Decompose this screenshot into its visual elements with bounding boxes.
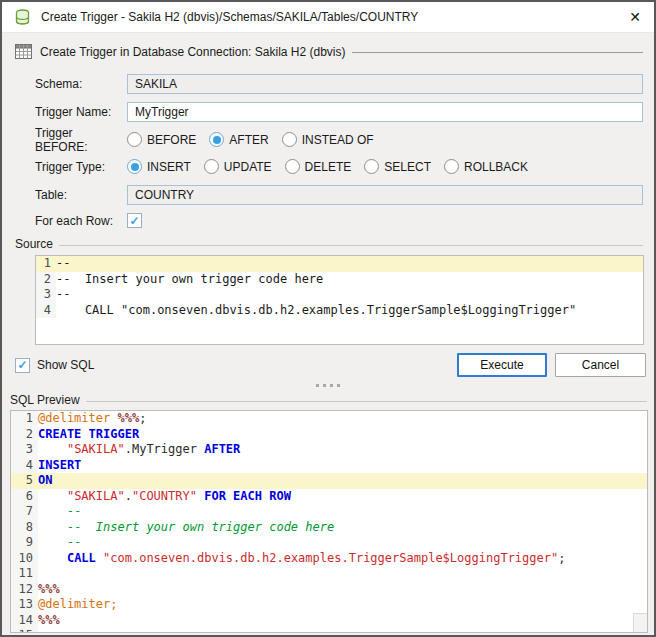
radio-option-label: SELECT — [384, 160, 431, 174]
sql-preview-editor[interactable]: 1@delimiter %%%;2CREATE TRIGGER3 "SAKILA… — [10, 410, 648, 633]
line-number: 1 — [36, 256, 56, 272]
code-line: 2-- Insert your own trigger code here — [36, 272, 643, 288]
code-text: CALL "com.onseven.dbvis.db.h2.examples.T… — [38, 551, 647, 567]
line-number: 7 — [11, 504, 38, 520]
create-trigger-dialog: Create Trigger - Sakila H2 (dbvis)/Schem… — [0, 0, 656, 637]
trigger-type-label: Trigger Type: — [35, 160, 127, 174]
source-label: Source — [15, 237, 53, 251]
line-number: 3 — [11, 442, 38, 458]
code-text: -- — [38, 535, 647, 551]
radio-option-delete[interactable]: DELETE — [285, 159, 352, 174]
code-line: 3 "SAKILA".MyTrigger AFTER — [11, 442, 647, 458]
source-editor[interactable]: 1--2-- Insert your own trigger code here… — [35, 255, 644, 345]
radio-circle-icon — [282, 132, 297, 147]
code-line: 5ON — [11, 473, 647, 489]
code-line: 4INSERT — [11, 458, 647, 474]
code-text: @delimiter; — [38, 597, 647, 613]
line-number: 2 — [11, 427, 38, 443]
code-text: ON — [38, 473, 647, 489]
splitter-dot — [316, 384, 319, 387]
sql-preview-divider-line — [86, 401, 647, 402]
code-line: 8 -- Insert your own trigger code here — [11, 520, 647, 536]
line-number: 14 — [11, 613, 38, 629]
code-text: "SAKILA".MyTrigger AFTER — [38, 442, 647, 458]
code-line: 3-- — [36, 287, 643, 303]
radio-circle-icon — [127, 159, 142, 174]
radio-option-rollback[interactable]: ROLLBACK — [444, 159, 528, 174]
line-number: 5 — [11, 473, 38, 489]
sql-preview-section-header: SQL Preview — [10, 393, 647, 407]
radio-option-after[interactable]: AFTER — [209, 132, 268, 147]
show-sql-option[interactable]: Show SQL — [15, 358, 94, 373]
window-title: Create Trigger - Sakila H2 (dbvis)/Schem… — [41, 10, 624, 24]
show-sql-checkbox[interactable] — [15, 358, 30, 373]
execute-button[interactable]: Execute — [457, 353, 547, 377]
line-number: 11 — [11, 566, 38, 582]
trigger-name-input[interactable]: MyTrigger — [127, 102, 643, 122]
table-field: COUNTRY — [127, 185, 643, 205]
line-number: 10 — [11, 551, 38, 567]
code-line: 11 — [11, 566, 647, 582]
trigger-type-row: Trigger Type: INSERTUPDATEDELETESELECTRO… — [35, 158, 643, 175]
radio-circle-icon — [285, 159, 300, 174]
code-text: -- — [56, 287, 643, 303]
radio-option-insert[interactable]: INSERT — [127, 159, 191, 174]
splitter-dot — [323, 384, 326, 387]
line-number: 2 — [36, 272, 56, 288]
line-number: 6 — [11, 489, 38, 505]
splitter-handle[interactable] — [2, 377, 654, 393]
code-line: 2CREATE TRIGGER — [11, 427, 647, 443]
table-grid-icon — [15, 44, 32, 59]
connection-group-header: Create Trigger in Database Connection: S… — [15, 44, 643, 59]
for-each-row-checkbox[interactable] — [127, 213, 142, 228]
code-line: 13@delimiter; — [11, 597, 647, 613]
radio-option-label: INSERT — [147, 160, 191, 174]
code-text: INSERT — [38, 458, 647, 474]
code-line: 6 "SAKILA"."COUNTRY" FOR EACH ROW — [11, 489, 647, 505]
code-line: 12%%% — [11, 582, 647, 598]
radio-circle-icon — [364, 159, 379, 174]
line-number: 8 — [11, 520, 38, 536]
show-sql-label: Show SQL — [37, 358, 94, 372]
code-text: -- — [38, 504, 647, 520]
radio-option-instead-of[interactable]: INSTEAD OF — [282, 132, 374, 147]
table-row: Table: COUNTRY — [35, 185, 643, 205]
code-line: 1-- — [36, 256, 643, 272]
code-text: CALL "com.onseven.dbvis.db.h2.examples.T… — [56, 303, 643, 319]
radio-option-label: INSTEAD OF — [302, 133, 374, 147]
line-number: 13 — [11, 597, 38, 613]
line-number: 4 — [11, 458, 38, 474]
code-line: 10 CALL "com.onseven.dbvis.db.h2.example… — [11, 551, 647, 567]
source-section-header: Source — [15, 237, 643, 251]
line-number: 3 — [36, 287, 56, 303]
close-icon[interactable]: ✕ — [624, 6, 646, 28]
radio-circle-icon — [204, 159, 219, 174]
trigger-form: Schema: SAKILA Trigger Name: MyTrigger T… — [35, 74, 643, 228]
cancel-button[interactable]: Cancel — [555, 353, 646, 377]
code-line: 9 -- — [11, 535, 647, 551]
radio-option-before[interactable]: BEFORE — [127, 132, 196, 147]
title-bar: Create Trigger - Sakila H2 (dbvis)/Schem… — [2, 2, 654, 33]
sql-preview-label: SQL Preview — [10, 393, 80, 407]
line-number: 12 — [11, 582, 38, 598]
splitter-dot — [337, 384, 340, 387]
source-divider-line — [59, 245, 643, 246]
group-divider-line — [352, 52, 643, 53]
code-line: 15 — [11, 628, 647, 633]
code-text — [38, 628, 647, 633]
radio-option-update[interactable]: UPDATE — [204, 159, 272, 174]
line-number: 9 — [11, 535, 38, 551]
trigger-before-row: Trigger BEFORE: BEFOREAFTERINSTEAD OF — [35, 131, 643, 148]
trigger-name-label: Trigger Name: — [35, 105, 127, 119]
code-text: CREATE TRIGGER — [38, 427, 647, 443]
radio-option-label: UPDATE — [224, 160, 272, 174]
radio-option-select[interactable]: SELECT — [364, 159, 431, 174]
code-text: %%% — [38, 613, 647, 629]
scrollbar-corner[interactable] — [633, 613, 647, 632]
connection-group-title: Create Trigger in Database Connection: S… — [40, 45, 345, 59]
schema-row: Schema: SAKILA — [35, 74, 643, 94]
schema-field: SAKILA — [127, 74, 643, 94]
code-text: %%% — [38, 582, 647, 598]
radio-circle-icon — [127, 132, 142, 147]
code-text: -- — [56, 256, 643, 272]
